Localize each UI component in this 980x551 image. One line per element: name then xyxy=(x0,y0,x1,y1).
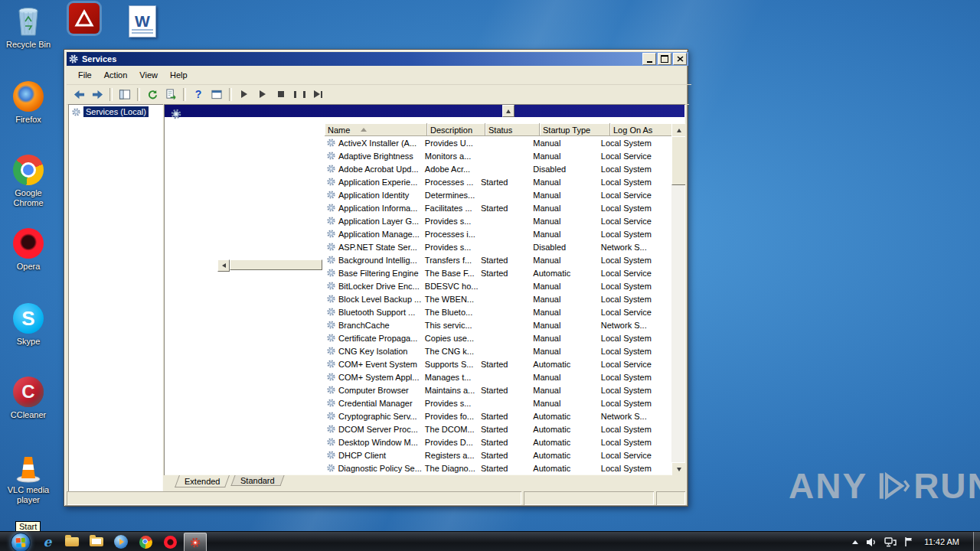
help-button[interactable]: ? xyxy=(190,86,207,102)
show-desktop-button[interactable] xyxy=(973,532,980,551)
back-button[interactable] xyxy=(70,86,87,102)
service-row[interactable]: BranchCache This servic... Manual Networ… xyxy=(325,318,671,331)
menu-item[interactable]: Action xyxy=(99,68,133,82)
desktop-icon-vlc[interactable]: VLC media player xyxy=(0,450,57,505)
service-row[interactable]: Certificate Propaga... Copies use... Man… xyxy=(325,331,671,344)
taskbar-button-documents[interactable] xyxy=(86,533,107,551)
menu-item[interactable]: File xyxy=(73,68,97,82)
service-log-on-as: Network S... xyxy=(598,412,671,421)
service-row[interactable]: BitLocker Drive Enc... BDESVC ho... Manu… xyxy=(325,279,671,292)
action-center-flag-icon[interactable] xyxy=(904,536,913,547)
taskbar-button-windows-explorer[interactable] xyxy=(61,533,83,551)
desktop-icon-skype[interactable]: Skype xyxy=(0,302,57,347)
vertical-scrollbar[interactable] xyxy=(671,123,684,474)
service-gear-icon xyxy=(326,437,336,447)
forward-button[interactable] xyxy=(89,86,106,102)
desktop-icon-word-document[interactable] xyxy=(124,5,161,38)
desktop-icon-recycle-bin[interactable]: Recycle Bin xyxy=(0,5,57,50)
service-row[interactable]: Application Informa... Facilitates ... S… xyxy=(325,201,671,214)
taskbar-clock[interactable]: 11:42 AM xyxy=(924,537,959,546)
stop-service-button[interactable] xyxy=(273,86,289,102)
service-row[interactable]: Application Manage... Processes i... Man… xyxy=(325,227,671,240)
service-name: Computer Browser xyxy=(338,386,409,395)
desktop-icon-google-chrome[interactable]: Google Chrome xyxy=(0,153,57,208)
service-log-on-as: Local System xyxy=(598,256,671,265)
service-row[interactable]: Base Filtering Engine The Base F... Star… xyxy=(325,266,671,279)
service-row[interactable]: ASP.NET State Ser... Provides s... Disab… xyxy=(325,240,671,253)
service-gear-icon xyxy=(326,294,336,304)
column-header-name[interactable]: Name xyxy=(325,123,427,136)
service-row[interactable]: Cryptographic Serv... Provides fo... Sta… xyxy=(325,409,671,422)
column-header-status[interactable]: Status xyxy=(485,123,540,136)
service-row[interactable]: Credential Manager Provides s... Manual … xyxy=(325,396,671,409)
minimize-button[interactable] xyxy=(642,53,656,65)
service-row[interactable]: Block Level Backup ... The WBEN... Manua… xyxy=(325,292,671,305)
service-row[interactable]: Bluetooth Support ... The Blueto... Manu… xyxy=(325,305,671,318)
menu-item[interactable]: Help xyxy=(165,68,193,82)
hidden-icons-chevron-icon[interactable] xyxy=(852,540,858,544)
tree-item-services-local[interactable]: Services (Local) xyxy=(70,106,162,118)
service-row[interactable]: COM+ Event System Supports S... Started … xyxy=(325,357,671,370)
maximize-button[interactable] xyxy=(658,53,671,65)
taskbar-button-media-player[interactable] xyxy=(110,533,132,551)
service-row[interactable]: DCOM Server Proc... The DCOM... Started … xyxy=(325,422,671,435)
service-row[interactable]: ActiveX Installer (A... Provides U... Ma… xyxy=(325,136,671,149)
service-row[interactable]: Desktop Window M... Provides D... Starte… xyxy=(325,435,671,448)
start-button[interactable] xyxy=(11,533,31,551)
service-row[interactable]: Computer Browser Maintains a... Started … xyxy=(325,383,671,396)
service-log-on-as: Local System xyxy=(598,139,671,148)
taskbar-button-services-active[interactable] xyxy=(184,533,207,551)
tab-extended[interactable]: Extended xyxy=(175,475,230,487)
service-row[interactable]: Adobe Acrobat Upd... Adobe Acr... Disabl… xyxy=(325,162,671,175)
column-header-startup-type[interactable]: Startup Type xyxy=(540,123,610,136)
properties-button[interactable] xyxy=(208,86,225,102)
scroll-left-button[interactable] xyxy=(217,259,230,272)
service-row[interactable]: Background Intellig... Transfers f... St… xyxy=(325,253,671,266)
service-row[interactable]: Diagnostic Policy Se... The Diagno... St… xyxy=(325,461,671,474)
service-description: The DCOM... xyxy=(422,425,478,434)
pause-service-button[interactable] xyxy=(291,86,308,102)
desktop-icon-opera[interactable]: Opera xyxy=(0,227,57,272)
service-row[interactable]: Application Experie... Processes ... Sta… xyxy=(325,175,671,188)
service-log-on-as: Local System xyxy=(598,464,671,473)
service-log-on-as: Local System xyxy=(598,399,671,408)
status-bar-section-main xyxy=(67,491,521,505)
taskbar-button-google-chrome[interactable] xyxy=(135,533,156,551)
scroll-up-button[interactable] xyxy=(671,123,685,137)
service-gear-icon xyxy=(326,307,336,317)
start-service-button[interactable] xyxy=(236,86,253,102)
export-list-button[interactable] xyxy=(162,86,179,102)
service-row[interactable]: CNG Key Isolation The CNG k... Manual Lo… xyxy=(325,344,671,357)
desktop-icon-adobe-reader[interactable] xyxy=(66,3,103,34)
column-header-description[interactable]: Description xyxy=(427,123,485,136)
scrollbar-thumb[interactable] xyxy=(230,259,322,270)
service-row[interactable]: Application Layer G... Provides s... Man… xyxy=(325,214,671,227)
icon-label: VLC media player xyxy=(1,485,56,505)
desktop-icon-firefox[interactable]: Firefox xyxy=(0,80,57,125)
horizontal-scrollbar[interactable] xyxy=(217,259,322,270)
taskbar-button-internet-explorer[interactable]: e xyxy=(37,533,58,551)
service-row[interactable]: DHCP Client Registers a... Started Autom… xyxy=(325,448,671,461)
folder-icon xyxy=(65,537,79,546)
show-console-tree-button[interactable] xyxy=(116,86,133,102)
extended-view-header-bar xyxy=(165,105,684,117)
service-row[interactable]: COM+ System Appl... Manages t... Manual … xyxy=(325,370,671,383)
scroll-up-button[interactable] xyxy=(502,105,514,117)
scrollbar-thumb[interactable] xyxy=(671,136,685,185)
resume-service-button[interactable] xyxy=(254,86,271,102)
service-status: Started xyxy=(478,269,530,278)
service-row[interactable]: Application Identity Determines... Manua… xyxy=(325,188,671,201)
scroll-down-button[interactable] xyxy=(671,462,685,475)
desktop-icon-ccleaner[interactable]: CCleaner xyxy=(0,375,57,420)
toolbar-separator xyxy=(229,88,232,101)
window-titlebar[interactable]: Services xyxy=(67,52,688,66)
taskbar-button-opera[interactable] xyxy=(159,533,181,551)
network-icon[interactable] xyxy=(884,537,897,547)
close-button[interactable] xyxy=(673,53,687,65)
refresh-button[interactable] xyxy=(144,86,161,102)
menu-item[interactable]: View xyxy=(134,68,163,82)
tab-standard[interactable]: Standard xyxy=(231,475,285,486)
restart-service-button[interactable] xyxy=(309,86,326,102)
volume-icon[interactable] xyxy=(866,537,877,547)
service-row[interactable]: Adaptive Brightness Monitors a... Manual… xyxy=(325,149,671,162)
